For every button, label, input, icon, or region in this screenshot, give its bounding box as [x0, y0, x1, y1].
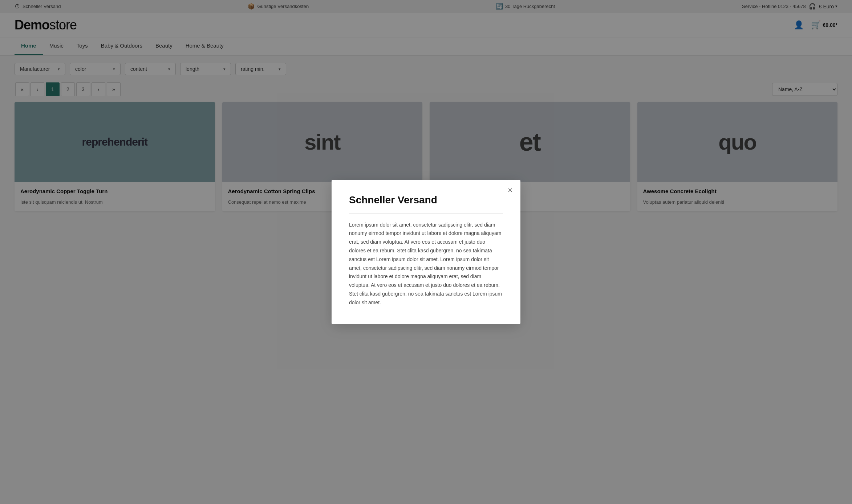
close-icon: ×	[508, 186, 512, 195]
modal-dialog: × Schneller Versand Lorem ipsum dolor si…	[332, 180, 520, 325]
modal-divider	[349, 213, 503, 214]
modal-overlay[interactable]: × Schneller Versand Lorem ipsum dolor si…	[0, 0, 852, 504]
modal-close-button[interactable]: ×	[508, 186, 512, 194]
modal-body: Lorem ipsum dolor sit amet, consetetur s…	[349, 221, 503, 307]
modal-title: Schneller Versand	[349, 194, 503, 206]
